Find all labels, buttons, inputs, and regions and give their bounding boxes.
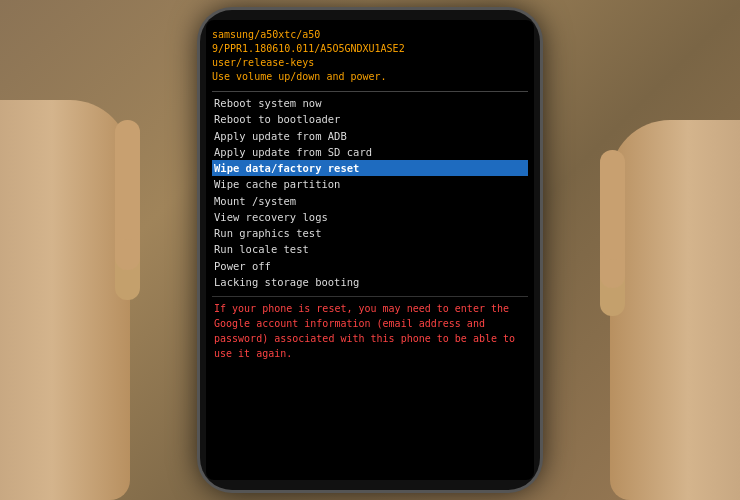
menu-item-reboot-bootloader[interactable]: Reboot to bootloader bbox=[212, 111, 528, 127]
menu-item-graphics-test[interactable]: Run graphics test bbox=[212, 225, 528, 241]
menu-item-lacking-storage[interactable]: Lacking storage booting bbox=[212, 274, 528, 290]
menu-item-view-logs[interactable]: View recovery logs bbox=[212, 209, 528, 225]
recovery-menu: Reboot system now Reboot to bootloader A… bbox=[212, 95, 528, 290]
header-line-1: samsung/a50xtc/a50 bbox=[212, 28, 528, 42]
phone-screen: samsung/a50xtc/a50 9/PPR1.180610.011/A5O… bbox=[206, 20, 534, 480]
menu-item-apply-adb[interactable]: Apply update from ADB bbox=[212, 128, 528, 144]
recovery-header: samsung/a50xtc/a50 9/PPR1.180610.011/A5O… bbox=[212, 28, 528, 84]
header-divider bbox=[212, 91, 528, 92]
menu-item-wipe-factory[interactable]: Wipe data/factory reset bbox=[212, 160, 528, 176]
header-line-2: 9/PPR1.180610.011/A5O5GNDXU1ASE2 bbox=[212, 42, 528, 56]
header-line-4: Use volume up/down and power. bbox=[212, 70, 528, 84]
warning-section: If your phone is reset, you may need to … bbox=[212, 296, 528, 365]
hand-right bbox=[610, 120, 740, 500]
menu-item-wipe-cache[interactable]: Wipe cache partition bbox=[212, 176, 528, 192]
phone-device: samsung/a50xtc/a50 9/PPR1.180610.011/A5O… bbox=[200, 10, 540, 490]
menu-item-apply-sd[interactable]: Apply update from SD card bbox=[212, 144, 528, 160]
menu-item-locale-test[interactable]: Run locale test bbox=[212, 241, 528, 257]
menu-item-power-off[interactable]: Power off bbox=[212, 258, 528, 274]
menu-item-mount-system[interactable]: Mount /system bbox=[212, 193, 528, 209]
menu-item-reboot-system[interactable]: Reboot system now bbox=[212, 95, 528, 111]
hand-left bbox=[0, 100, 130, 500]
warning-text: If your phone is reset, you may need to … bbox=[214, 301, 526, 361]
header-line-3: user/release-keys bbox=[212, 56, 528, 70]
